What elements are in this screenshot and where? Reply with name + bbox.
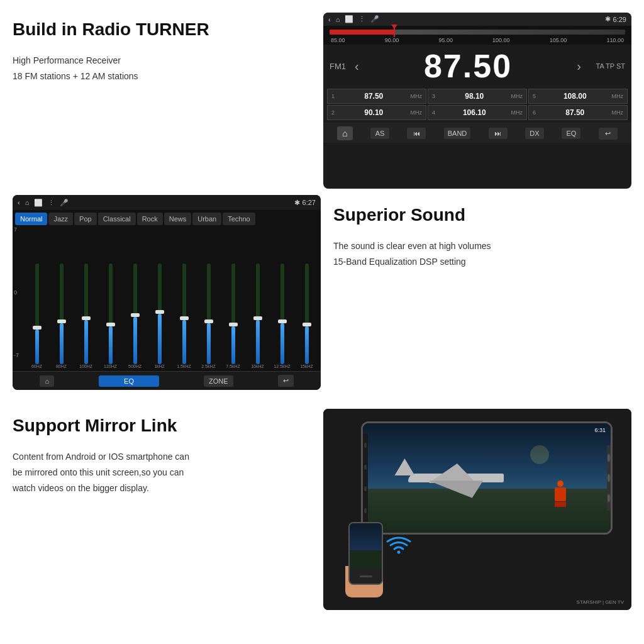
preset-2[interactable]: 2 90.10 MHz — [327, 105, 426, 120]
eq-mode-normal[interactable]: Normal — [15, 213, 47, 225]
radio-back-btn[interactable]: ↩ — [599, 128, 618, 140]
eq-slider-8[interactable] — [221, 229, 245, 364]
eq-mode-classical[interactable]: Classical — [98, 213, 136, 225]
preset-freq-6: 87.50 — [565, 108, 584, 117]
preset-5[interactable]: 5 108.00 MHz — [528, 89, 628, 104]
preset-3[interactable]: 3 98.10 MHz — [428, 89, 527, 104]
side-btn-1[interactable] — [608, 454, 610, 462]
eq-mode-pop[interactable]: Pop — [74, 213, 97, 225]
left-btn-1[interactable] — [364, 443, 367, 448]
radio-dx-btn[interactable]: DX — [525, 128, 544, 139]
radio-band-btn[interactable]: BAND — [444, 128, 471, 139]
apps-icon[interactable]: ⬜ — [345, 15, 353, 23]
eq-thumb-5[interactable] — [155, 310, 164, 314]
back-icon[interactable]: ‹ — [328, 16, 331, 23]
eq-thumb-1[interactable] — [57, 319, 66, 323]
eq-thumb-7[interactable] — [204, 319, 213, 323]
home-icon[interactable]: ⌂ — [336, 16, 340, 23]
eq-slider-4[interactable] — [123, 229, 147, 364]
eq-back-icon[interactable]: ‹ — [18, 199, 20, 206]
eq-time: 6:27 — [303, 199, 316, 206]
side-btn-3[interactable] — [608, 494, 610, 502]
brand-watermark: STARSHIP | GEN TV — [577, 599, 624, 605]
eq-thumb-2[interactable] — [82, 316, 91, 320]
eq-bluetooth-icon: ✱ — [294, 199, 300, 207]
eq-slider-9[interactable] — [246, 229, 269, 364]
radio-section: Build in Radio TURNER High Performance R… — [0, 0, 644, 195]
mirror-section: Support Mirror Link Content from Android… — [0, 402, 644, 629]
radio-as-btn[interactable]: AS — [370, 128, 389, 139]
mirror-title: Support Mirror Link — [13, 415, 311, 436]
left-btn-4[interactable] — [364, 508, 367, 513]
radio-home-btn[interactable]: ⌂ — [337, 126, 352, 140]
left-btn-3[interactable] — [364, 486, 367, 491]
radio-tuner-bar: 85.00 90.00 95.00 100.00 105.00 110.00 — [323, 26, 631, 45]
wifi-icon — [386, 533, 411, 560]
left-btn-2[interactable] — [364, 465, 367, 470]
eq-home-btn[interactable]: ⌂ — [40, 375, 54, 387]
eq-thumb-3[interactable] — [106, 323, 115, 326]
preset-6[interactable]: 6 87.50 MHz — [528, 105, 628, 120]
eq-track-0 — [35, 264, 39, 364]
eq-thumb-8[interactable] — [229, 323, 238, 326]
eq-thumb-10[interactable] — [278, 319, 287, 323]
preset-1[interactable]: 1 87.50 MHz — [327, 89, 426, 104]
eq-eq-btn[interactable]: EQ — [99, 375, 159, 387]
eq-mode-jazz[interactable]: Jazz — [48, 213, 73, 225]
eq-thumb-11[interactable] — [303, 323, 311, 326]
preset-4[interactable]: 4 106.10 MHz — [428, 105, 527, 120]
eq-fill-2 — [84, 320, 88, 364]
eq-mode-urban[interactable]: Urban — [192, 213, 221, 225]
light-effect — [530, 445, 549, 464]
eq-slider-0[interactable] — [25, 229, 48, 364]
eq-slider-5[interactable] — [148, 229, 171, 364]
radio-screen-wrap: ‹ ⌂ ⬜ ⋮ 🎤 ✱ 6:29 85.00 — [323, 13, 631, 189]
eq-thumb-4[interactable] — [131, 313, 140, 317]
eq-mode-rock[interactable]: Rock — [137, 213, 163, 225]
phone-home-bar — [360, 575, 372, 577]
left-label-strip — [363, 434, 368, 521]
bluetooth-icon: ✱ — [605, 15, 611, 23]
eq-slider-2[interactable] — [74, 229, 97, 364]
mirror-scene-bg: 6:31 — [363, 423, 611, 533]
eq-track-7 — [207, 264, 211, 364]
eq-slider-7[interactable] — [197, 229, 220, 364]
radio-next-btn[interactable]: ⏭ — [489, 128, 508, 139]
radio-prev-btn[interactable]: ⏮ — [407, 128, 426, 139]
mic-icon[interactable]: 🎤 — [370, 15, 379, 23]
radio-screen: ‹ ⌂ ⬜ ⋮ 🎤 ✱ 6:29 85.00 — [323, 13, 631, 189]
eq-track-2 — [84, 264, 88, 364]
radio-eq-btn[interactable]: EQ — [562, 128, 580, 139]
prev-freq-btn[interactable]: ‹ — [355, 59, 359, 74]
next-freq-btn[interactable]: › — [577, 59, 581, 74]
eq-thumb-0[interactable] — [33, 326, 42, 330]
menu-icon[interactable]: ⋮ — [358, 15, 365, 23]
eq-back-btn[interactable]: ↩ — [278, 375, 294, 387]
eq-sliders-row — [15, 229, 318, 364]
eq-slider-3[interactable] — [99, 229, 122, 364]
mirror-screen: 6:31 — [323, 409, 631, 610]
eq-menu-icon[interactable]: ⋮ — [48, 199, 55, 207]
eq-slider-6[interactable] — [172, 229, 196, 364]
eq-mic-icon[interactable]: 🎤 — [60, 199, 69, 207]
eq-x-label-5: 1kHZ — [148, 364, 171, 369]
eq-mode-techno[interactable]: Techno — [223, 213, 255, 225]
airplane — [387, 456, 524, 505]
radio-text-block: Build in Radio TURNER High Performance R… — [13, 13, 323, 84]
eq-slider-10[interactable] — [270, 229, 294, 364]
eq-slider-11[interactable] — [295, 229, 318, 364]
eq-thumb-9[interactable] — [253, 316, 262, 320]
eq-apps-icon[interactable]: ⬜ — [34, 199, 43, 207]
eq-mode-news[interactable]: News — [164, 213, 192, 225]
eq-home-icon[interactable]: ⌂ — [25, 199, 30, 206]
tuner-track — [330, 30, 625, 35]
radio-title: Build in Radio TURNER — [13, 19, 323, 40]
preset-unit-4: MHz — [511, 109, 523, 116]
eq-zone-btn[interactable]: ZONE — [204, 375, 233, 387]
eq-thumb-6[interactable] — [180, 316, 189, 320]
eq-fill-10 — [280, 323, 284, 364]
mirror-text-block: Support Mirror Link Content from Android… — [13, 409, 311, 496]
eq-fill-6 — [182, 320, 186, 364]
eq-slider-1[interactable] — [50, 229, 73, 364]
side-btn-2[interactable] — [608, 474, 610, 482]
